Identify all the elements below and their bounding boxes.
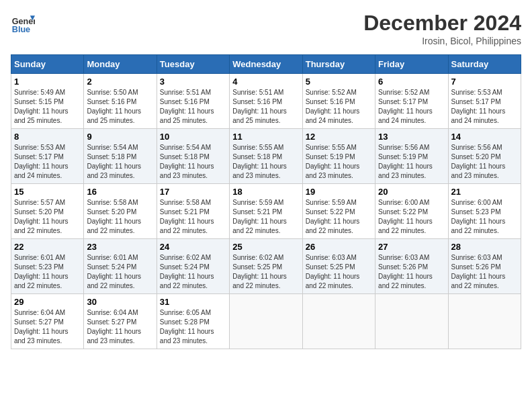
- day-detail: Sunrise: 6:05 AMSunset: 5:28 PMDaylight:…: [160, 308, 226, 346]
- day-number: 18: [232, 187, 299, 197]
- calendar-cell: 24Sunrise: 6:02 AMSunset: 5:24 PMDayligh…: [157, 239, 229, 294]
- day-number: 12: [306, 132, 372, 142]
- day-number: 16: [87, 187, 153, 197]
- day-number: 13: [378, 132, 445, 142]
- day-detail: Sunrise: 5:58 AMSunset: 5:21 PMDaylight:…: [160, 198, 226, 236]
- day-detail: Sunrise: 5:49 AMSunset: 5:15 PMDaylight:…: [14, 88, 81, 126]
- calendar-cell: 31Sunrise: 6:05 AMSunset: 5:28 PMDayligh…: [157, 294, 229, 349]
- weekday-header: Saturday: [448, 55, 521, 74]
- weekday-header: Tuesday: [157, 55, 229, 74]
- weekday-header: Monday: [84, 55, 157, 74]
- calendar-week-row: 1Sunrise: 5:49 AMSunset: 5:15 PMDaylight…: [11, 74, 521, 129]
- day-number: 23: [87, 242, 153, 252]
- day-number: 11: [232, 132, 299, 142]
- day-number: 29: [14, 297, 81, 307]
- calendar-table: SundayMondayTuesdayWednesdayThursdayFrid…: [11, 54, 521, 349]
- calendar-cell: 9Sunrise: 5:54 AMSunset: 5:18 PMDaylight…: [84, 129, 157, 184]
- calendar-week-row: 15Sunrise: 5:57 AMSunset: 5:20 PMDayligh…: [11, 184, 521, 239]
- day-detail: Sunrise: 6:03 AMSunset: 5:25 PMDaylight:…: [306, 253, 372, 291]
- calendar-cell: 18Sunrise: 5:59 AMSunset: 5:21 PMDayligh…: [230, 184, 302, 239]
- svg-text:Blue: Blue: [12, 25, 30, 34]
- day-detail: Sunrise: 5:52 AMSunset: 5:17 PMDaylight:…: [378, 88, 445, 126]
- day-number: 2: [87, 77, 153, 87]
- day-detail: Sunrise: 6:03 AMSunset: 5:26 PMDaylight:…: [451, 253, 518, 291]
- day-number: 14: [451, 132, 518, 142]
- day-detail: Sunrise: 5:58 AMSunset: 5:20 PMDaylight:…: [87, 198, 153, 236]
- day-number: 27: [378, 242, 445, 252]
- day-number: 4: [232, 77, 299, 87]
- day-number: 15: [14, 187, 81, 197]
- calendar-cell: [230, 294, 302, 349]
- weekday-header: Friday: [375, 55, 448, 74]
- day-detail: Sunrise: 6:04 AMSunset: 5:27 PMDaylight:…: [87, 308, 153, 346]
- calendar-cell: 12Sunrise: 5:55 AMSunset: 5:19 PMDayligh…: [302, 129, 375, 184]
- calendar-cell: 1Sunrise: 5:49 AMSunset: 5:15 PMDaylight…: [11, 74, 84, 129]
- day-detail: Sunrise: 5:59 AMSunset: 5:22 PMDaylight:…: [306, 198, 372, 236]
- calendar-week-row: 22Sunrise: 6:01 AMSunset: 5:23 PMDayligh…: [11, 239, 521, 294]
- calendar-cell: 3Sunrise: 5:51 AMSunset: 5:16 PMDaylight…: [157, 74, 229, 129]
- day-detail: Sunrise: 5:53 AMSunset: 5:17 PMDaylight:…: [14, 143, 81, 181]
- day-detail: Sunrise: 6:01 AMSunset: 5:24 PMDaylight:…: [87, 253, 153, 291]
- calendar-week-row: 8Sunrise: 5:53 AMSunset: 5:17 PMDaylight…: [11, 129, 521, 184]
- day-number: 30: [87, 297, 153, 307]
- calendar-title: December 2024: [363, 11, 521, 36]
- day-number: 17: [160, 187, 226, 197]
- day-number: 3: [160, 77, 226, 87]
- day-detail: Sunrise: 6:02 AMSunset: 5:25 PMDaylight:…: [232, 253, 299, 291]
- calendar-cell: 16Sunrise: 5:58 AMSunset: 5:20 PMDayligh…: [84, 184, 157, 239]
- calendar-cell: 22Sunrise: 6:01 AMSunset: 5:23 PMDayligh…: [11, 239, 84, 294]
- calendar-cell: 5Sunrise: 5:52 AMSunset: 5:16 PMDaylight…: [302, 74, 375, 129]
- day-detail: Sunrise: 6:03 AMSunset: 5:26 PMDaylight:…: [378, 253, 445, 291]
- day-detail: Sunrise: 5:56 AMSunset: 5:20 PMDaylight:…: [451, 143, 518, 181]
- day-detail: Sunrise: 6:02 AMSunset: 5:24 PMDaylight:…: [160, 253, 226, 291]
- day-number: 1: [14, 77, 81, 87]
- day-detail: Sunrise: 5:54 AMSunset: 5:18 PMDaylight:…: [87, 143, 153, 181]
- calendar-cell: 2Sunrise: 5:50 AMSunset: 5:16 PMDaylight…: [84, 74, 157, 129]
- day-detail: Sunrise: 5:59 AMSunset: 5:21 PMDaylight:…: [232, 198, 299, 236]
- weekday-header: Wednesday: [230, 55, 302, 74]
- calendar-subtitle: Irosin, Bicol, Philippines: [363, 36, 521, 46]
- day-detail: Sunrise: 6:00 AMSunset: 5:23 PMDaylight:…: [451, 198, 518, 236]
- calendar-cell: 26Sunrise: 6:03 AMSunset: 5:25 PMDayligh…: [302, 239, 375, 294]
- calendar-cell: 23Sunrise: 6:01 AMSunset: 5:24 PMDayligh…: [84, 239, 157, 294]
- calendar-cell: 20Sunrise: 6:00 AMSunset: 5:22 PMDayligh…: [375, 184, 448, 239]
- calendar-cell: 21Sunrise: 6:00 AMSunset: 5:23 PMDayligh…: [448, 184, 521, 239]
- day-number: 31: [160, 297, 226, 307]
- calendar-cell: 6Sunrise: 5:52 AMSunset: 5:17 PMDaylight…: [375, 74, 448, 129]
- day-detail: Sunrise: 6:04 AMSunset: 5:27 PMDaylight:…: [14, 308, 81, 346]
- day-detail: Sunrise: 5:51 AMSunset: 5:16 PMDaylight:…: [160, 88, 226, 126]
- day-detail: Sunrise: 5:51 AMSunset: 5:16 PMDaylight:…: [232, 88, 299, 126]
- day-number: 9: [87, 132, 153, 142]
- calendar-cell: 14Sunrise: 5:56 AMSunset: 5:20 PMDayligh…: [448, 129, 521, 184]
- calendar-cell: 17Sunrise: 5:58 AMSunset: 5:21 PMDayligh…: [157, 184, 229, 239]
- weekday-header: Thursday: [302, 55, 375, 74]
- day-detail: Sunrise: 5:54 AMSunset: 5:18 PMDaylight:…: [160, 143, 226, 181]
- day-number: 10: [160, 132, 226, 142]
- calendar-cell: 27Sunrise: 6:03 AMSunset: 5:26 PMDayligh…: [375, 239, 448, 294]
- calendar-cell: 4Sunrise: 5:51 AMSunset: 5:16 PMDaylight…: [230, 74, 302, 129]
- day-number: 26: [306, 242, 372, 252]
- weekday-header: Sunday: [11, 55, 84, 74]
- day-number: 20: [378, 187, 445, 197]
- calendar-cell: 10Sunrise: 5:54 AMSunset: 5:18 PMDayligh…: [157, 129, 229, 184]
- calendar-cell: 8Sunrise: 5:53 AMSunset: 5:17 PMDaylight…: [11, 129, 84, 184]
- day-detail: Sunrise: 5:50 AMSunset: 5:16 PMDaylight:…: [87, 88, 153, 126]
- day-detail: Sunrise: 5:57 AMSunset: 5:20 PMDaylight:…: [14, 198, 81, 236]
- logo: General Blue: [11, 11, 35, 35]
- logo-icon: General Blue: [11, 11, 35, 35]
- day-number: 24: [160, 242, 226, 252]
- calendar-week-row: 29Sunrise: 6:04 AMSunset: 5:27 PMDayligh…: [11, 294, 521, 349]
- header: General Blue December 2024 Irosin, Bicol…: [11, 11, 521, 46]
- calendar-cell: 19Sunrise: 5:59 AMSunset: 5:22 PMDayligh…: [302, 184, 375, 239]
- day-number: 19: [306, 187, 372, 197]
- calendar-cell: [302, 294, 375, 349]
- weekday-header-row: SundayMondayTuesdayWednesdayThursdayFrid…: [11, 55, 521, 74]
- title-area: December 2024 Irosin, Bicol, Philippines: [363, 11, 521, 46]
- day-number: 22: [14, 242, 81, 252]
- calendar-cell: [375, 294, 448, 349]
- day-number: 6: [378, 77, 445, 87]
- day-number: 7: [451, 77, 518, 87]
- calendar-cell: 15Sunrise: 5:57 AMSunset: 5:20 PMDayligh…: [11, 184, 84, 239]
- day-detail: Sunrise: 5:52 AMSunset: 5:16 PMDaylight:…: [306, 88, 372, 126]
- day-number: 21: [451, 187, 518, 197]
